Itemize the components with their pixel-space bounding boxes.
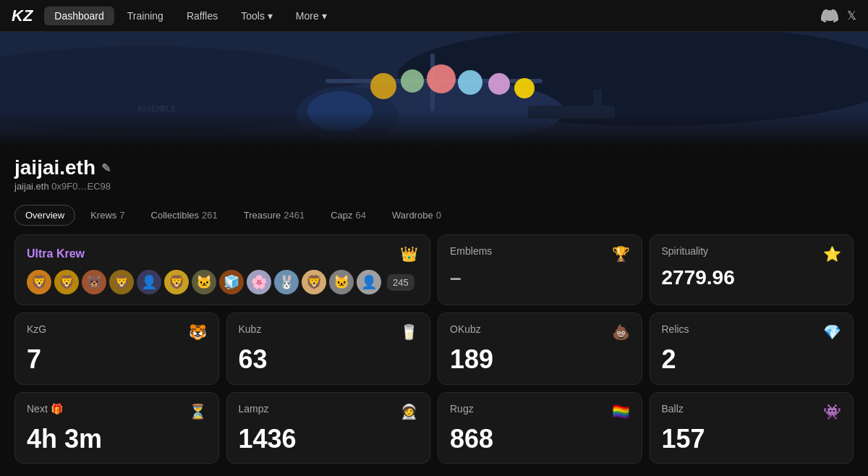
lampz-card: Lampz 🧑‍🚀 1436 — [226, 392, 431, 464]
profile-section: jaijai.eth ✎ jaijai.eth 0x9F0…EC98 — [0, 148, 868, 197]
kubz-label: Kubz — [239, 323, 262, 335]
hero-illustration: ASSEMBLE — [0, 32, 868, 148]
avatar-10: 🐰 — [274, 270, 299, 294]
rainbow-flag-icon: 🏳️‍🌈 — [612, 403, 630, 420]
next-label: Next 🎁 — [27, 403, 63, 415]
avatar-13: 👤 — [357, 270, 381, 294]
svg-point-15 — [514, 78, 535, 98]
kzg-card: KzG 🐯 7 — [14, 313, 219, 385]
nav-dashboard[interactable]: Dashboard — [44, 7, 114, 25]
profile-address: jaijai.eth 0x9F0…EC98 — [14, 181, 854, 192]
emblems-value: – — [450, 267, 630, 289]
poop-icon: 💩 — [612, 323, 630, 341]
hourglass-icon: ⏳ — [189, 403, 207, 420]
kubz-card: Kubz 🥛 63 — [226, 313, 431, 385]
nav-more[interactable]: More ▾ — [286, 7, 337, 25]
nav-tools[interactable]: Tools ▾ — [231, 7, 283, 25]
tab-collectibles[interactable]: Collectibles261 — [140, 205, 229, 226]
spirituality-label: Spirituality — [662, 245, 709, 257]
ultra-krew-label: Ultra Krew — [27, 247, 85, 260]
okubz-value: 189 — [450, 345, 630, 374]
svg-point-11 — [401, 69, 424, 93]
avatar-4: 🦁 — [109, 270, 134, 294]
ballz-value: 157 — [662, 425, 842, 454]
spirituality-value: 2779.96 — [662, 267, 842, 289]
navbar: KZ Dashboard Training Raffles Tools ▾ Mo… — [0, 0, 868, 32]
tab-capz[interactable]: Capz64 — [320, 205, 377, 226]
x-twitter-icon[interactable]: 𝕏 — [847, 9, 856, 22]
astronaut-icon: 🧑‍🚀 — [400, 403, 418, 420]
svg-point-13 — [458, 70, 482, 95]
okubz-label: OKubz — [450, 323, 481, 335]
avatar-6: 🦁 — [164, 270, 189, 294]
rugz-card: Rugz 🏳️‍🌈 868 — [438, 392, 642, 464]
avatar-5: 👤 — [137, 270, 161, 294]
hero-banner: ASSEMBLE — [0, 32, 868, 148]
kubz-value: 63 — [239, 345, 419, 374]
star-icon: ⭐ — [823, 245, 841, 263]
relics-card: Relics 💎 2 — [650, 313, 854, 385]
avatar-3: 🐻 — [82, 270, 106, 294]
avatar-count: 245 — [387, 274, 414, 291]
tabs-bar: Overview Krews7 Collectibles261 Treasure… — [0, 197, 868, 226]
spirituality-card: Spirituality ⭐ 2779.96 — [650, 234, 854, 305]
rugz-label: Rugz — [450, 403, 474, 415]
next-value: 4h 3m — [27, 425, 207, 454]
svg-point-10 — [370, 73, 396, 99]
edit-icon[interactable]: ✎ — [101, 161, 111, 175]
nav-raffles[interactable]: Raffles — [176, 7, 228, 25]
discord-icon[interactable] — [821, 7, 838, 25]
tiger-icon: 🐯 — [189, 323, 207, 341]
avatar-row: 🦁 🦁 🐻 🦁 👤 🦁 🐱 🧊 🌸 🐰 🦁 🐱 👤 245 — [27, 270, 418, 294]
rugz-value: 868 — [450, 425, 630, 454]
ultra-krew-card: Ultra Krew 👑 🦁 🦁 🐻 🦁 👤 🦁 🐱 🧊 🌸 🐰 🦁 🐱 👤 2… — [14, 234, 430, 305]
svg-point-14 — [488, 73, 510, 95]
trophy-icon: 🏆 — [612, 245, 630, 263]
avatar-9: 🌸 — [247, 270, 271, 294]
emblems-label: Emblems — [450, 245, 492, 257]
avatar-12: 🐱 — [329, 270, 354, 294]
profile-name: jaijai.eth ✎ — [14, 156, 854, 179]
emblems-card: Emblems 🏆 – — [438, 234, 642, 305]
lampz-value: 1436 — [239, 425, 419, 454]
avatar-1: 🦁 — [27, 270, 51, 294]
next-card: Next 🎁 ⏳ 4h 3m — [14, 392, 219, 464]
relics-label: Relics — [662, 323, 689, 335]
tab-overview[interactable]: Overview — [14, 205, 75, 226]
alien-icon: 👾 — [823, 403, 841, 420]
tab-treasure[interactable]: Treasure2461 — [233, 205, 315, 226]
relics-value: 2 — [662, 345, 842, 374]
avatar-2: 🦁 — [54, 270, 79, 294]
avatar-11: 🦁 — [302, 270, 326, 294]
ballz-label: Ballz — [662, 403, 684, 415]
milk-icon: 🥛 — [400, 323, 418, 341]
svg-point-12 — [427, 64, 456, 93]
svg-rect-19 — [0, 111, 868, 148]
nav-training[interactable]: Training — [117, 7, 174, 25]
tab-wardrobe[interactable]: Wardrobe0 — [381, 205, 452, 226]
kzg-value: 7 — [27, 345, 207, 374]
logo[interactable]: KZ — [12, 7, 33, 25]
lampz-label: Lampz — [239, 403, 269, 415]
kzg-label: KzG — [27, 323, 46, 335]
crown-icon: 👑 — [400, 245, 418, 263]
tab-krews[interactable]: Krews7 — [80, 205, 135, 226]
diamond-icon: 💎 — [823, 323, 841, 341]
avatar-7: 🐱 — [192, 270, 216, 294]
avatar-8: 🧊 — [219, 270, 244, 294]
ballz-card: Ballz 👾 157 — [650, 392, 854, 464]
okubz-card: OKubz 💩 189 — [438, 313, 642, 385]
